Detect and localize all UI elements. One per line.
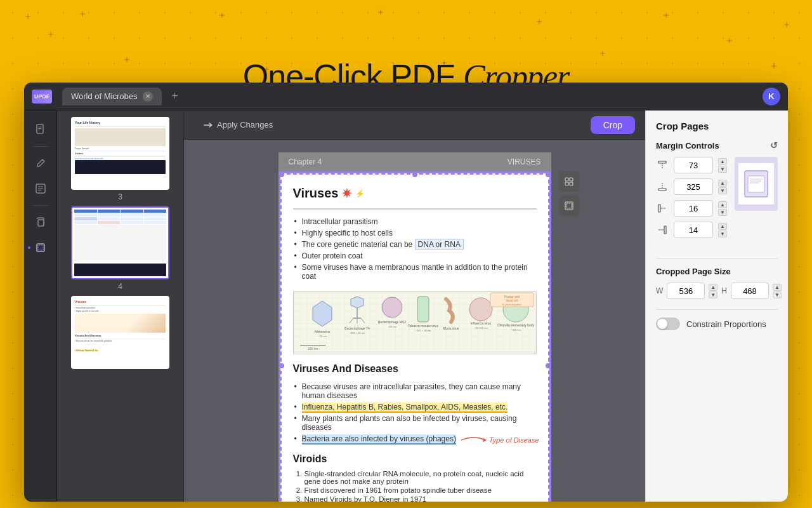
height-spinner: ▲ ▼ <box>773 284 782 298</box>
panel-title: Crop Pages <box>656 121 778 131</box>
svg-point-58 <box>382 297 402 318</box>
chapter-label: Chapter 4 <box>289 157 322 166</box>
margin-left-icon <box>656 202 669 215</box>
svg-rect-61 <box>417 297 429 322</box>
svg-text:Ebola virus: Ebola virus <box>443 326 459 330</box>
title-bar: UPDF World of Microbes ✕ + K <box>24 83 788 110</box>
svg-marker-77 <box>483 438 487 442</box>
new-tab-button[interactable]: + <box>167 88 183 105</box>
svg-rect-87 <box>748 176 764 192</box>
width-label: W <box>656 286 663 295</box>
bullet-item-3: The core genetic material can be DNA or … <box>293 239 537 250</box>
crop-handle-tl[interactable] <box>279 172 284 177</box>
page-preview <box>735 157 778 211</box>
svg-rect-41 <box>565 182 568 185</box>
thumbnail-3-image: Your Life History Fungus Example Lichen … <box>71 117 169 190</box>
thumbnail-4-image <box>71 206 169 279</box>
svg-rect-82 <box>658 204 660 212</box>
margin-bottom-up[interactable]: ▲ <box>718 180 727 187</box>
crop-handle-tc[interactable] <box>412 172 417 177</box>
thumbnail-3[interactable]: Your Life History Fungus Example Lichen … <box>63 117 177 201</box>
document-tab[interactable]: World of Microbes ✕ <box>62 88 162 105</box>
virus-diagram-svg: Adenovirus ~70 nm Bacteriophag <box>294 291 535 352</box>
margin-top-spinner: ▲ ▼ <box>718 158 727 173</box>
margin-left-down[interactable]: ▼ <box>718 209 727 216</box>
margin-controls-label: Margin Controls ↺ <box>656 140 778 150</box>
svg-rect-38 <box>38 245 43 250</box>
pdf-page-content: Viruses ✷ ⚡ Intracellular parasitism Hig… <box>278 171 551 502</box>
svg-text:Bacteriophage T4: Bacteriophage T4 <box>344 326 370 330</box>
width-up[interactable]: ▲ <box>709 284 717 291</box>
margin-left-up[interactable]: ▲ <box>718 201 727 208</box>
reset-button[interactable]: ↺ <box>770 140 778 150</box>
thumbnails-panel: Your Life History Fungus Example Lichen … <box>57 110 184 502</box>
preview-inner <box>738 163 774 204</box>
apply-changes-button[interactable]: Apply Changes <box>194 116 282 134</box>
sidebar-icon-crop[interactable] <box>29 236 52 259</box>
avatar: K <box>763 88 780 105</box>
viruses-diseases-title: Viruses And Diseases <box>293 363 537 375</box>
crop-box-icon[interactable] <box>559 196 579 216</box>
constrain-toggle[interactable] <box>656 318 680 330</box>
margin-top-down[interactable]: ▼ <box>718 166 727 173</box>
thumbnail-4[interactable]: 4 <box>63 206 177 291</box>
annotation-arrow-svg <box>461 434 487 446</box>
crop-label: Crop <box>603 120 622 130</box>
svg-text:~200 × 80 nm: ~200 × 80 nm <box>349 331 365 335</box>
svg-text:Bacteriophage MS2: Bacteriophage MS2 <box>378 320 406 324</box>
crop-handle-tr[interactable] <box>546 172 551 177</box>
bullet-item-2: Highly specific to host cells <box>293 227 537 239</box>
updf-logo: UPDF <box>32 90 52 104</box>
crop-handle-lc[interactable] <box>279 363 284 368</box>
crop-button[interactable]: Crop <box>591 116 635 134</box>
tab-label: World of Microbes <box>71 91 138 101</box>
main-content: Apply Changes Crop <box>184 110 645 502</box>
thumbnail-5[interactable]: Viruses • Intracellular parasitism • Hig… <box>63 296 177 371</box>
margin-bottom-down[interactable]: ▼ <box>718 187 727 194</box>
pdf-area[interactable]: Chapter 4 VIRUSES <box>184 140 645 502</box>
disease-bullet-1: Because viruses are intracellular parasi… <box>293 381 537 401</box>
sidebar-icon-pen[interactable] <box>29 152 52 175</box>
pdf-tools <box>559 171 579 216</box>
width-down[interactable]: ▼ <box>709 291 717 298</box>
margin-top-row: ▲ ▼ <box>656 157 727 173</box>
cropped-size-label: Cropped Page Size <box>656 267 778 276</box>
cropped-size-section: Cropped Page Size W ▲ ▼ H ▲ ▼ <box>656 267 778 299</box>
toggle-knob <box>657 319 667 329</box>
bullet-item-5: Some viruses have a membranous mantle in… <box>293 262 537 282</box>
svg-marker-50 <box>351 297 363 308</box>
thumbnail-5-image: Viruses • Intracellular parasitism • Hig… <box>71 296 169 369</box>
crop-handle-rc[interactable] <box>546 363 551 368</box>
margin-right-input[interactable] <box>674 222 713 238</box>
margin-top-up[interactable]: ▲ <box>718 158 727 165</box>
margin-top-input[interactable] <box>674 157 713 173</box>
margin-right-down[interactable]: ▼ <box>718 231 727 237</box>
margin-bottom-input[interactable] <box>674 178 713 195</box>
margin-right-up[interactable]: ▲ <box>718 223 727 230</box>
sidebar-icon-copy[interactable] <box>29 211 52 234</box>
app-body: Your Life History Fungus Example Lichen … <box>24 110 788 502</box>
pdf-page: Chapter 4 VIRUSES <box>278 152 551 502</box>
tab-close-button[interactable]: ✕ <box>143 91 153 102</box>
highlight-bacteria: Bacteria are also infected by viruses (p… <box>302 434 456 444</box>
right-panel: Crop Pages Margin Controls ↺ ▲ <box>645 110 788 502</box>
sidebar-icon-document[interactable] <box>29 118 52 141</box>
svg-text:blood cell: blood cell <box>506 299 518 302</box>
margin-bottom-spinner: ▲ ▼ <box>718 180 727 194</box>
svg-rect-42 <box>570 182 573 185</box>
margin-right-row: ▲ ▼ <box>656 222 727 238</box>
svg-rect-39 <box>565 178 568 181</box>
svg-rect-44 <box>566 203 572 208</box>
svg-text:~70 nm: ~70 nm <box>318 335 327 338</box>
margin-left-input[interactable] <box>674 200 713 217</box>
constrain-row: Constrain Proportions <box>656 318 778 330</box>
height-input[interactable] <box>731 283 769 299</box>
width-input[interactable] <box>667 283 705 299</box>
height-down[interactable]: ▼ <box>773 291 782 298</box>
sidebar-icon-note[interactable] <box>29 177 52 200</box>
svg-text:~450 nm: ~450 nm <box>511 328 521 331</box>
crop-center-icon[interactable] <box>559 171 579 192</box>
height-up[interactable]: ▲ <box>773 284 782 291</box>
viroid-item-3: Named Viroids by T.O. Diener in 1971 <box>304 495 537 502</box>
svg-point-65 <box>469 298 492 321</box>
